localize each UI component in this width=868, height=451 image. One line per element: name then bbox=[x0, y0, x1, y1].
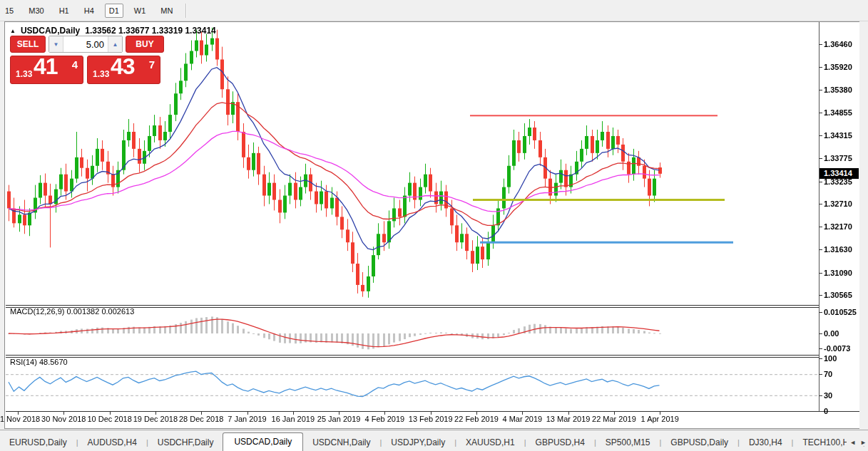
macd-axis-label: 0.00 bbox=[824, 329, 839, 338]
date-axis-label: 16 Jan 2019 bbox=[272, 415, 315, 423]
volume-input[interactable] bbox=[63, 36, 108, 52]
chart-ohlc-quote: 1.33562 1.33677 1.33319 1.33414 bbox=[85, 26, 216, 36]
chart-title: ▲ USDCAD,Daily 1.33562 1.33677 1.33319 1… bbox=[10, 26, 216, 36]
tab-scroll-buttons: ◄ ► bbox=[847, 439, 867, 446]
price-axis-label: 1.36460 bbox=[824, 40, 852, 48]
buy-price-big: 43 bbox=[111, 53, 135, 80]
macd-axis-label: 0.010525 bbox=[824, 308, 857, 316]
chart-tab-bar: EURUSD,Daily|AUDUSD,H4|USDCHF,DailyUSDCA… bbox=[0, 430, 868, 451]
date-axis-label: 4 Mar 2019 bbox=[502, 415, 542, 423]
timeframe-button-mn[interactable]: MN bbox=[156, 4, 177, 18]
tab-scroll-left-icon[interactable]: ◄ bbox=[849, 439, 856, 446]
chevron-down-icon: ▼ bbox=[53, 41, 59, 48]
buy-price-box[interactable]: 1.33 43 7 bbox=[87, 56, 160, 84]
date-axis-label: 10 Dec 2018 bbox=[87, 415, 131, 423]
price-axis-label: 1.30565 bbox=[824, 291, 852, 299]
mt4-workspace: { "toolbar": { "timeframes": [ {"label":… bbox=[0, 0, 868, 451]
date-axis-label: 13 Feb 2019 bbox=[409, 415, 453, 423]
rsi-axis-label: 70 bbox=[824, 370, 832, 378]
price-axis-label: 1.35920 bbox=[824, 63, 852, 71]
chart-tab-usdcnh[interactable]: USDCNH,Daily bbox=[303, 434, 379, 451]
date-axis-label: 1 Apr 2019 bbox=[641, 415, 679, 423]
date-axis-label: 30 Nov 2018 bbox=[41, 415, 86, 423]
chart-tab-eurusd[interactable]: EURUSD,Daily bbox=[0, 434, 76, 451]
current-price-badge: 1.33414 bbox=[820, 168, 859, 179]
chart-tab-sp500[interactable]: SP500,M15 bbox=[596, 434, 660, 451]
timeframe-button-w1[interactable]: W1 bbox=[130, 4, 150, 18]
chart-tab-usdjpy[interactable]: USDJPY,Daily bbox=[382, 434, 454, 451]
date-axis-label: 13 Mar 2019 bbox=[546, 415, 591, 423]
chevron-up-icon: ▲ bbox=[113, 41, 118, 48]
date-axis-label: 4 Feb 2019 bbox=[365, 415, 405, 423]
chart-tab-dj30[interactable]: DJ30,H4 bbox=[740, 434, 792, 451]
date-axis-label: 22 Mar 2019 bbox=[592, 415, 636, 423]
date-axis-label: 25 Jan 2019 bbox=[317, 415, 361, 423]
price-axis-label: 1.32170 bbox=[824, 222, 852, 231]
buy-price-base: 1.33 bbox=[93, 69, 109, 79]
chart-tab-audusd[interactable]: AUDUSD,H4 bbox=[78, 434, 146, 451]
date-axis-label: 28 Dec 2018 bbox=[179, 415, 223, 423]
rsi-axis-label: 0 bbox=[824, 407, 828, 415]
sell-price-base: 1.33 bbox=[16, 69, 32, 79]
buy-button[interactable]: BUY bbox=[126, 36, 164, 53]
date-axis-label: 19 Dec 2018 bbox=[133, 415, 178, 423]
chart-tab-gbpusd[interactable]: GBPUSD,H4 bbox=[526, 434, 594, 451]
price-axis-label: 1.31090 bbox=[824, 269, 852, 277]
price-axis-label: 1.34315 bbox=[824, 131, 852, 140]
volume-decrease-button[interactable]: ▼ bbox=[49, 36, 63, 52]
collapse-icon[interactable]: ▲ bbox=[10, 28, 16, 34]
toolbar-separator bbox=[185, 4, 187, 18]
rsi-indicator-label: RSI(14) 48.5670 bbox=[10, 358, 68, 366]
timeframe-button-m30[interactable]: M30 bbox=[24, 4, 48, 18]
sell-button[interactable]: SELL bbox=[10, 36, 46, 53]
sell-price-sup: 4 bbox=[72, 58, 78, 71]
one-click-trade-panel: SELL ▼ ▲ BUY 1.33 41 4 1.33 43 7 bbox=[10, 36, 164, 84]
price-axis-label: 1.34855 bbox=[824, 108, 852, 117]
chart-symbol: USDCAD,Daily bbox=[21, 26, 80, 36]
timeframe-button-d1[interactable]: D1 bbox=[105, 4, 123, 18]
price-axis-label: 1.32710 bbox=[824, 199, 852, 208]
timeframe-button-h1[interactable]: H1 bbox=[55, 4, 73, 18]
sell-price-big: 41 bbox=[34, 53, 58, 80]
timeframe-button-15[interactable]: 15 bbox=[1, 4, 18, 18]
date-axis-label: 7 Jan 2019 bbox=[228, 415, 266, 423]
timeframe-button-h4[interactable]: H4 bbox=[80, 4, 98, 18]
sell-price-box[interactable]: 1.33 41 4 bbox=[10, 56, 83, 84]
macd-axis-label: -0.0073 bbox=[824, 344, 850, 353]
chart-tab-usdchf[interactable]: USDCHF,Daily bbox=[148, 434, 223, 451]
rsi-axis-label: 30 bbox=[824, 391, 832, 400]
tab-scroll-right-icon[interactable]: ► bbox=[860, 439, 867, 446]
timeframe-toolbar: 15M30H1H4D1W1MN bbox=[0, 0, 868, 21]
price-axis-label: 1.35380 bbox=[824, 85, 852, 94]
buy-price-sup: 7 bbox=[149, 58, 155, 71]
chart-tab-xauusd[interactable]: XAUUSD,H1 bbox=[456, 434, 524, 451]
rsi-axis-label: 100 bbox=[824, 354, 837, 363]
date-axis-label: 21 Nov 2018 bbox=[0, 415, 40, 423]
price-axis-label: 1.33775 bbox=[824, 154, 852, 162]
date-axis-label: 22 Feb 2019 bbox=[454, 415, 499, 423]
price-axis-label: 1.31630 bbox=[824, 245, 852, 254]
chart-tab-gbpusd[interactable]: GBPUSD,Daily bbox=[661, 434, 737, 451]
volume-increase-button[interactable]: ▲ bbox=[108, 36, 122, 52]
volume-stepper: ▼ ▲ bbox=[48, 36, 123, 53]
macd-indicator-label: MACD(12,26,9) 0.001382 0.002613 bbox=[10, 307, 134, 316]
chart-tab-usdcad[interactable]: USDCAD,Daily bbox=[223, 432, 303, 451]
